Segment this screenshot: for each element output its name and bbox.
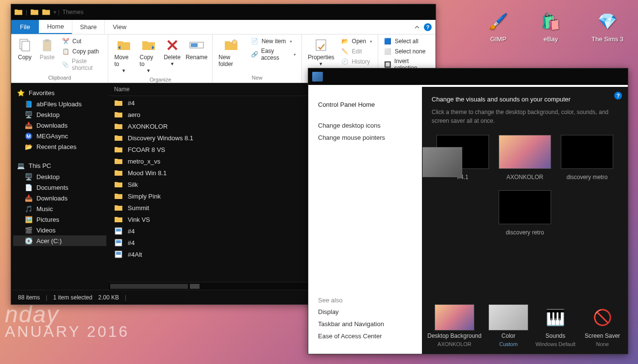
nav-desktop-icons[interactable]: Change desktop icons [318,119,412,132]
nav-item-downloads[interactable]: 📥Downloads [13,120,106,131]
new-item-button[interactable]: 📄New item▾ [249,36,298,46]
select-all-button[interactable]: 🟦Select all [382,36,432,46]
nav-icon: 📄 [25,183,33,191]
nav-item-desktop[interactable]: 🖥️Desktop [13,171,106,182]
nav-control-panel-home[interactable]: Control Panel Home [318,99,412,111]
theme-grid: #4.1AXONKOLORdiscovery metrodiscovery re… [432,135,618,236]
cut-button[interactable]: ✂️Cut [60,36,104,46]
nav-icon: 📥 [25,194,33,202]
paste-icon [39,37,55,53]
move-to-button[interactable]: Move to▾ [111,35,135,76]
window-title: Themes [63,9,84,16]
nav-item-abfiles-uploads[interactable]: 📘abFiles Uploads [13,99,106,109]
select-all-icon: 🟦 [384,37,392,45]
folder-icon [114,168,123,177]
nav-icon: 🖥️ [25,111,33,118]
paste-button[interactable]: Paste [36,35,58,63]
tab-view[interactable]: View [104,20,134,34]
nav-mouse-pointers[interactable]: Change mouse pointers [318,132,412,144]
new-item-icon: 📄 [251,37,259,45]
select-none-button[interactable]: ⬜Select none [382,47,432,56]
delete-icon [165,37,180,53]
ebay-icon: 🛍️ [539,10,562,33]
desktop-icon-ebay[interactable]: 🛍️ eBay [539,10,562,43]
edit-button[interactable]: ✏️Edit [339,47,374,56]
paste-shortcut-button[interactable]: 📎Paste shortcut [60,57,104,72]
pers-titlebar[interactable] [308,68,628,85]
nav-icon: 💽 [25,237,33,245]
nav-item-megasync[interactable]: Ⓜ️MEGAsync [13,131,106,141]
easy-access-button[interactable]: 🔗Easy access▾ [249,47,298,62]
nav-taskbar[interactable]: Taskbar and Navigation [318,318,412,330]
bg-thumb-icon [435,304,474,331]
pers-subtitle: Click a theme to change the desktop back… [432,108,618,125]
theme-icon [114,227,123,235]
nav-thispc[interactable]: 💻 This PC [13,160,106,171]
help-icon[interactable]: ? [424,23,432,31]
pers-content: ? Change the visuals and sounds on your … [422,87,628,354]
desktop-clock-month: ANUARY 2016 [5,323,129,341]
sounds-thumb-icon: 🎹 [536,304,575,331]
pers-nav: Control Panel Home Change desktop icons … [308,87,422,354]
theme-icon [114,250,123,259]
nav-icon: 🎵 [25,205,33,213]
nav-item-music[interactable]: 🎵Music [13,203,106,214]
cut-icon: ✂️ [62,37,69,45]
chevron-up-icon[interactable] [414,24,420,30]
nav-item-videos[interactable]: 🎬Videos [13,225,106,235]
rename-button[interactable]: Rename [184,35,210,63]
opt-screen-saver[interactable]: 🚫 Screen Saver None [583,304,622,347]
folder-icon [114,180,123,189]
tab-home[interactable]: Home [39,20,72,34]
theme-tile[interactable]: discovery retro [499,190,551,236]
svg-rect-5 [191,43,198,47]
desktop-icon-sims[interactable]: 💎 The Sims 3 [591,10,623,43]
folder-icon [114,133,123,142]
new-folder-button[interactable]: New folder [216,35,247,69]
move-icon [116,37,132,53]
copy-to-button[interactable]: Copy to▾ [137,35,161,76]
nav-display[interactable]: Display [318,306,412,318]
edit-icon: ✏️ [341,48,349,55]
help-icon[interactable]: ? [614,92,622,99]
nav-icon: 📂 [25,143,33,150]
nav-item-documents[interactable]: 📄Documents [13,182,106,193]
star-icon: ⭐ [17,89,25,97]
history-button[interactable]: 🕘History [339,57,374,66]
theme-tile[interactable]: #4.1 [437,135,489,181]
folder-icon [14,8,23,17]
nav-ease-access[interactable]: Ease of Access Center [318,330,412,342]
titlebar[interactable]: | ▾ | Themes [11,4,436,20]
nav-favorites[interactable]: ⭐ Favorites [13,87,106,99]
folder-icon [114,203,123,212]
delete-button[interactable]: Delete▾ [162,35,183,69]
opt-desktop-background[interactable]: Desktop Background AXONKOLOR [427,304,481,347]
status-selected: 1 item selected [53,294,92,301]
tab-share[interactable]: Share [72,20,105,34]
tab-file[interactable]: File [11,20,39,34]
status-size: 2.00 KB [98,294,119,301]
desktop-icon-gimp[interactable]: 🖌️ GIMP [487,10,510,43]
nav-see-also: See also [318,295,412,306]
folder-icon [114,122,123,131]
nav-item-acer-c-[interactable]: 💽Acer (C:) [13,235,106,246]
theme-tile[interactable]: discovery metro [561,135,613,181]
status-items: 88 items [18,294,40,301]
opt-color[interactable]: Color Custom [488,304,528,347]
svg-rect-13 [116,252,121,255]
open-button[interactable]: 📂Open▾ [339,36,374,46]
copy-path-button[interactable]: 📋Copy path [60,47,104,56]
properties-button[interactable]: Properties▾ [305,35,337,69]
copy-button[interactable]: Copy [14,35,35,63]
saver-thumb-icon: 🚫 [583,304,622,331]
nav-item-downloads[interactable]: 📥Downloads [13,193,106,203]
nav-pane[interactable]: ⭐ Favorites 📘abFiles Uploads🖥️Desktop📥Do… [11,83,108,290]
nav-item-recent-places[interactable]: 📂Recent places [13,141,106,152]
opt-sounds[interactable]: 🎹 Sounds Windows Default [536,304,576,347]
folder-icon [42,8,50,17]
copy-to-icon [141,37,156,53]
nav-item-pictures[interactable]: 🖼️Pictures [13,214,106,225]
new-folder-icon [223,37,239,53]
nav-item-desktop[interactable]: 🖥️Desktop [13,109,106,120]
theme-tile[interactable]: AXONKOLOR [499,135,551,181]
